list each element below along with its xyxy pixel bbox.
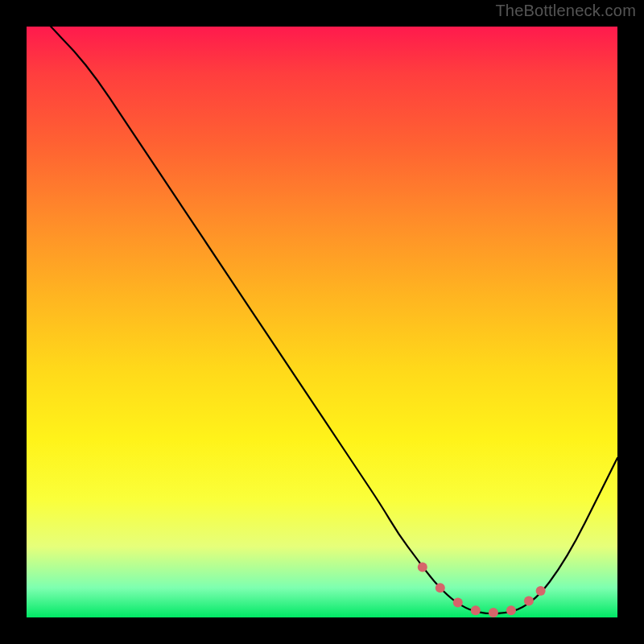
marker-dot bbox=[418, 563, 427, 572]
marker-dot bbox=[436, 583, 445, 592]
bottleneck-curve bbox=[27, 0, 617, 613]
highlight-dots bbox=[418, 563, 546, 618]
marker-dot bbox=[471, 605, 481, 615]
watermark-text: TheBottleneck.com bbox=[495, 2, 636, 20]
marker-dot bbox=[506, 605, 516, 615]
chart-frame: TheBottleneck.com bbox=[0, 0, 644, 644]
marker-dot bbox=[536, 586, 546, 596]
marker-dot bbox=[453, 598, 463, 608]
plot-area bbox=[27, 27, 617, 617]
chart-svg bbox=[27, 27, 617, 617]
marker-dot bbox=[489, 608, 498, 617]
marker-dot bbox=[524, 596, 534, 605]
